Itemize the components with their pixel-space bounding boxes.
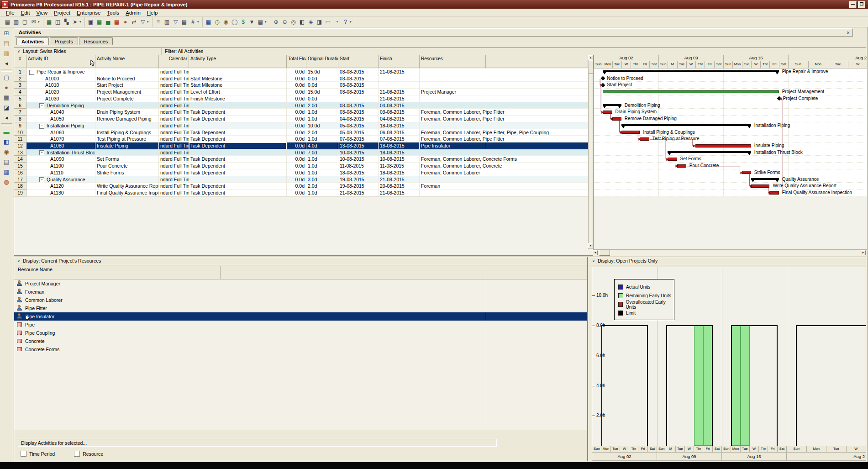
- timescale-day[interactable]: Sat: [777, 446, 786, 453]
- funnel-icon[interactable]: ▽: [138, 18, 147, 26]
- clock-icon[interactable]: ◷: [213, 18, 221, 26]
- layout-options-bar[interactable]: ∨ Layout: Swiss Rides Filter: All Activi…: [14, 48, 866, 56]
- resource-list-item[interactable]: Pipe Fitter: [14, 304, 587, 312]
- menu-view[interactable]: View: [33, 10, 51, 16]
- table-row[interactable]: 13−Installation Thrust Blockndard Full T…: [14, 149, 588, 156]
- page-setup-icon[interactable]: ▢: [21, 18, 29, 26]
- timescale-day[interactable]: Sat: [714, 61, 723, 69]
- timescale-day[interactable]: W: [620, 446, 629, 453]
- organize-icon[interactable]: ▚: [62, 18, 71, 26]
- column-header-original-duration[interactable]: Original Duration: [306, 55, 338, 68]
- cabinet-icon[interactable]: ▦: [2, 93, 11, 102]
- timescale-day[interactable]: W: [621, 61, 631, 69]
- checkbox-icon[interactable]: [74, 451, 80, 457]
- select-icon[interactable]: ➤: [71, 18, 79, 26]
- doc-a-icon[interactable]: ▣: [86, 18, 95, 26]
- column-header-start[interactable]: Start: [338, 55, 379, 68]
- zoom-out-icon[interactable]: ⊖: [280, 18, 289, 26]
- timescale-day[interactable]: W: [848, 61, 868, 69]
- scroll-right-icon[interactable]: ►: [861, 250, 866, 255]
- hash-icon[interactable]: #: [189, 18, 197, 26]
- column-header--[interactable]: #: [14, 55, 26, 68]
- collapse-icon[interactable]: −: [39, 103, 44, 108]
- scrollbar-thumb[interactable]: [599, 250, 610, 256]
- toolbar-overflow-icon[interactable]: ▾: [350, 20, 353, 24]
- activity-green-icon[interactable]: ▬: [2, 127, 11, 136]
- menu-tools[interactable]: Tools: [104, 10, 122, 16]
- toolbar-overflow-icon[interactable]: ▾: [147, 20, 151, 24]
- admin-person-icon[interactable]: ●: [2, 83, 11, 92]
- resource-list-item[interactable]: Concrete: [14, 337, 587, 345]
- collapse-icon[interactable]: −: [29, 70, 34, 75]
- collapse2-icon[interactable]: ◂: [2, 113, 11, 122]
- timescale-day[interactable]: Sat: [649, 61, 658, 69]
- timescale-day[interactable]: Thr: [695, 61, 705, 69]
- column-header-resources[interactable]: Resources: [420, 55, 486, 68]
- minimize-button[interactable]: —: [849, 1, 857, 8]
- menu-file[interactable]: File: [3, 10, 18, 16]
- send-icon[interactable]: ✉: [29, 18, 38, 26]
- timescale-day[interactable]: Fri: [768, 446, 777, 453]
- table-green-icon[interactable]: ▦: [95, 18, 104, 26]
- columns-icon[interactable]: ▥: [163, 18, 171, 26]
- print-preview-icon[interactable]: ▥: [12, 18, 21, 26]
- gantt-bar-task[interactable]: [677, 164, 686, 168]
- scroll-up-icon[interactable]: ▲: [588, 55, 593, 60]
- table-row[interactable]: 11A1070Test Piping at Pressurendard Full…: [14, 136, 588, 142]
- gantt-row[interactable]: [594, 82, 867, 89]
- timescale-day[interactable]: W: [686, 61, 695, 69]
- gantt-row[interactable]: [594, 163, 867, 169]
- gantt-row[interactable]: [594, 95, 867, 102]
- timescale-day[interactable]: Fri: [703, 446, 712, 453]
- save-icon[interactable]: ▼: [247, 18, 256, 26]
- table-row[interactable]: 15A1100Pour Concretendard Full TimeTask …: [14, 163, 588, 169]
- vertical-scrollbar[interactable]: ▲ ▼: [588, 55, 593, 249]
- bands-icon[interactable]: ≡: [154, 18, 163, 26]
- toolbar-overflow-icon[interactable]: ▾: [265, 20, 268, 24]
- timescale-day[interactable]: Sun: [657, 446, 666, 453]
- timescale-day[interactable]: Tue: [742, 61, 751, 69]
- resource-list-item[interactable]: Foreman: [14, 288, 587, 296]
- new-project-icon[interactable]: ⊞: [2, 29, 11, 37]
- timescale-day[interactable]: Tue: [740, 446, 749, 453]
- display-bar-chevron-icon[interactable]: ∨: [592, 258, 595, 264]
- table-row[interactable]: 9−Installation Pipingndard Full Time0.0d…: [14, 122, 588, 129]
- timescale-week[interactable]: Aug 09: [657, 453, 721, 461]
- timescale-day[interactable]: W: [751, 61, 760, 69]
- column-divider[interactable]: [220, 266, 221, 279]
- table-row[interactable]: 8A1050Remove Damaged Pipingndard Full Ti…: [14, 116, 588, 122]
- column-header-total-float[interactable]: Total Float: [287, 55, 306, 68]
- table-row[interactable]: 14A1090Set Formsndard Full TimeTask Depe…: [14, 156, 588, 163]
- close-icon[interactable]: ×: [847, 29, 850, 37]
- timescale-day[interactable]: Tue: [610, 446, 620, 453]
- gantt-row[interactable]: [594, 156, 867, 163]
- resource-list-item[interactable]: Common Laborer: [14, 296, 587, 304]
- timescale-day[interactable]: Fri: [640, 61, 649, 69]
- gantt-bar-task[interactable]: [668, 158, 677, 161]
- timescale-day[interactable]: Thr: [760, 61, 769, 69]
- timescale-day[interactable]: Mon: [732, 61, 742, 69]
- dollar-icon[interactable]: $: [239, 18, 247, 26]
- report-icon[interactable]: ▤: [2, 158, 11, 166]
- folders-icon[interactable]: ▤: [2, 39, 11, 47]
- gantt-bar-task[interactable]: [695, 144, 751, 148]
- person-icon[interactable]: ●: [121, 18, 130, 26]
- timescale-day[interactable]: Sun: [658, 61, 668, 69]
- gantt-bar-task[interactable]: [612, 117, 621, 121]
- timescale-day[interactable]: Tue: [675, 446, 684, 453]
- column-header-activity-name[interactable]: Activity Name: [95, 55, 159, 68]
- table-row[interactable]: 1−Pipe Repair & Improvendard Full Time0.…: [14, 69, 588, 75]
- table-row[interactable]: 19A1130Final Quality Assurance Inspectio…: [14, 190, 588, 196]
- table-row[interactable]: 5A1030Project Completendard Full TimeFin…: [14, 95, 588, 102]
- timescale-day[interactable]: Tue: [612, 61, 621, 69]
- timescale-week[interactable]: Aug 2: [788, 55, 867, 61]
- timescale-day[interactable]: Sun: [788, 61, 808, 69]
- printer-icon[interactable]: ▤: [3, 18, 12, 26]
- resource-list-item[interactable]: Project Manager: [14, 279, 587, 288]
- timescale-day[interactable]: Tue: [677, 61, 686, 69]
- timescale-week[interactable]: Aug 2: [786, 453, 866, 461]
- gantt-row[interactable]: [594, 176, 867, 183]
- table-row[interactable]: 12A1080Insulate Pipingndard Full TimeTas…: [14, 142, 588, 149]
- menu-project[interactable]: Project: [51, 10, 74, 16]
- timescale-day[interactable]: Sun: [594, 61, 603, 69]
